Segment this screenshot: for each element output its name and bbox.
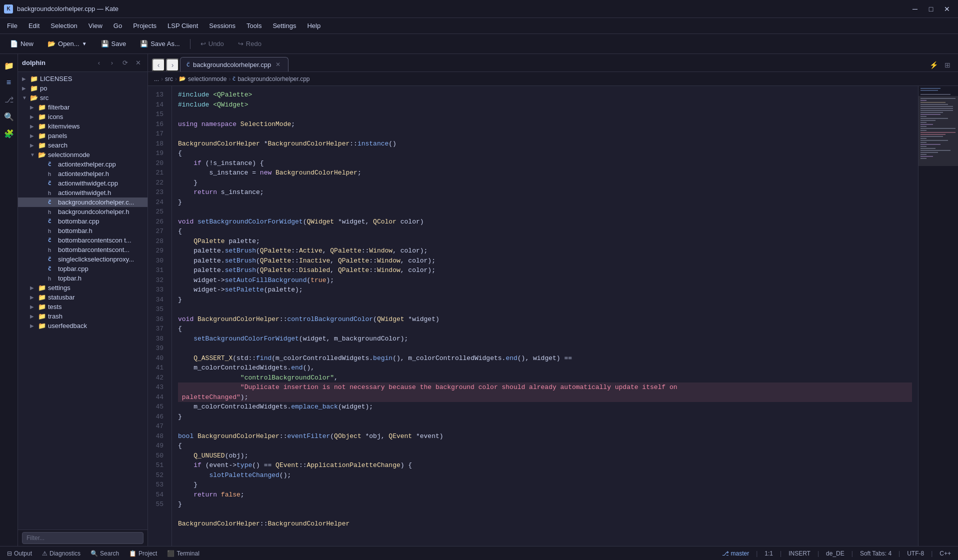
cpp-file-icon: c̈ — [48, 199, 56, 206]
insert-mode-item[interactable]: INSERT — [786, 550, 814, 557]
list-item[interactable]: c̈ bottombar.cpp — [18, 216, 148, 226]
status-separator: | — [898, 550, 900, 557]
encoding-item[interactable]: UTF-8 — [904, 550, 927, 557]
list-item[interactable]: c̈ actionwithwidget.cpp — [18, 178, 148, 188]
svg-rect-5 — [920, 102, 946, 103]
filter-input[interactable] — [22, 532, 144, 544]
menu-projects[interactable]: Projects — [128, 20, 162, 32]
menu-edit[interactable]: Edit — [24, 20, 44, 32]
filetree-sync-button[interactable]: ⟳ — [120, 58, 130, 68]
list-item[interactable]: ▶ 📁 filterbar — [18, 102, 148, 112]
open-button[interactable]: 📂 Open... ▼ — [42, 38, 93, 50]
breadcrumb-file[interactable]: backgroundcolorhelper.cpp — [238, 76, 310, 82]
menu-help[interactable]: Help — [302, 20, 326, 32]
list-item[interactable]: ▼ 📂 selectionmode — [18, 150, 148, 160]
list-item[interactable]: ▶ 📁 icons — [18, 112, 148, 122]
filetree-prev-button[interactable]: ‹ — [94, 58, 104, 68]
redo-button[interactable]: ↪ Redo — [232, 38, 268, 50]
diagnostics-icon: ⚠ — [42, 550, 48, 557]
minimize-button[interactable]: ─ — [908, 3, 922, 15]
menu-sessions[interactable]: Sessions — [204, 20, 240, 32]
menu-go[interactable]: Go — [108, 20, 127, 32]
language-item[interactable]: C++ — [936, 550, 954, 557]
menu-settings[interactable]: Settings — [268, 20, 301, 32]
list-item[interactable]: h bottombarcontentscont... — [18, 245, 148, 254]
menu-tools[interactable]: Tools — [242, 20, 266, 32]
locale-item[interactable]: de_DE — [823, 550, 848, 557]
tab-prev-button[interactable]: ‹ — [152, 58, 165, 72]
breadcrumb-selectionmode[interactable]: selectionmode — [188, 76, 226, 82]
list-item[interactable]: ▼ 📂 src — [18, 93, 148, 102]
menu-selection[interactable]: Selection — [46, 20, 82, 32]
list-item[interactable]: c̈ backgroundcolorhelper.c... — [18, 198, 148, 207]
tab-close-button[interactable]: ✕ — [274, 60, 282, 68]
list-item[interactable]: ▶ 📁 settings — [18, 283, 148, 292]
list-item[interactable]: ▶ 📁 userfeedback — [18, 321, 148, 330]
cpp-tab-icon: c̈ — [186, 61, 190, 68]
list-item[interactable]: ▶ 📁 search — [18, 140, 148, 150]
svg-rect-16 — [920, 124, 933, 125]
list-item[interactable]: ▶ 📁 tests — [18, 302, 148, 312]
list-item[interactable]: h actiontexthelper.h — [18, 169, 148, 178]
list-item[interactable]: c̈ singleclickselectionproxy... — [18, 254, 148, 264]
list-item[interactable]: c̈ topbar.cpp — [18, 264, 148, 274]
undo-button[interactable]: ↩ Undo — [194, 38, 230, 50]
sidebar-icon-outline[interactable]: ≡ — [2, 75, 16, 90]
tab-flash-icon[interactable]: ⚡ — [927, 58, 940, 72]
sidebar-icon-plugins[interactable]: 🧩 — [2, 126, 16, 141]
filetree-header: dolphin ‹ › ⟳ ✕ — [18, 54, 148, 72]
menu-lspclient[interactable]: LSP Client — [162, 20, 203, 32]
breadcrumb-src[interactable]: src — [165, 76, 173, 82]
folder-open-icon: 📂 — [38, 151, 46, 158]
search-button[interactable]: 🔍 Search — [88, 550, 122, 557]
list-item[interactable]: h actionwithwidget.h — [18, 188, 148, 198]
diagnostics-button[interactable]: ⚠ Diagnostics — [39, 550, 84, 557]
sidebar-icon-search-side[interactable]: 🔍 — [2, 109, 16, 124]
breadcrumb-separator: › — [161, 76, 163, 82]
filetree-close-button[interactable]: ✕ — [132, 58, 144, 68]
list-item[interactable]: h topbar.h — [18, 274, 148, 283]
output-button[interactable]: ⊟ Output — [4, 550, 35, 557]
maximize-button[interactable]: □ — [924, 3, 938, 15]
list-item[interactable]: ▶ 📁 po — [18, 84, 148, 93]
list-item[interactable]: ▶ 📁 panels — [18, 131, 148, 140]
save-as-button[interactable]: 💾 Save As... — [134, 38, 186, 50]
position-item[interactable]: 1:1 — [762, 550, 776, 557]
line-number: 48 — [148, 432, 168, 442]
list-item[interactable]: ▶ 📁 statusbar — [18, 292, 148, 302]
tab-backgroundcolorhelper[interactable]: c̈ backgroundcolorhelper.cpp ✕ — [180, 57, 288, 72]
list-item[interactable]: h bottombar.h — [18, 226, 148, 236]
item-label: actionwithwidget.cpp — [58, 180, 144, 187]
sidebar-icon-files[interactable]: 📁 — [2, 58, 16, 73]
menu-view[interactable]: View — [84, 20, 108, 32]
new-button[interactable]: 📄 New — [4, 38, 40, 50]
indent-item[interactable]: Soft Tabs: 4 — [857, 550, 894, 557]
tab-next-button[interactable]: › — [166, 58, 179, 72]
git-branch-item[interactable]: ⎇ master — [719, 550, 752, 557]
breadcrumb-ellipsis[interactable]: ... — [154, 76, 159, 82]
list-item[interactable]: ▶ 📁 kitemviews — [18, 122, 148, 131]
close-button[interactable]: ✕ — [940, 3, 954, 15]
project-button[interactable]: 📋 Project — [126, 550, 160, 557]
list-item[interactable]: c̈ bottombarcontentscon t... — [18, 236, 148, 245]
save-as-icon: 💾 — [140, 40, 148, 48]
line-number: 50 — [148, 451, 168, 461]
folder-open-icon: 📂 — [30, 94, 38, 102]
terminal-button[interactable]: ⬛ Terminal — [164, 550, 202, 557]
item-label: userfeedback — [48, 322, 144, 330]
tab-layout-icon[interactable]: ⊞ — [941, 58, 954, 72]
list-item[interactable]: h backgroundcolorhelper.h — [18, 207, 148, 216]
list-item[interactable]: ▶ 📁 trash — [18, 312, 148, 321]
save-button[interactable]: 💾 Save — [95, 38, 132, 50]
line-number: 17 — [148, 129, 168, 139]
code-line: return s_instance; — [178, 188, 912, 198]
sidebar-icon-git[interactable]: ⎇ — [2, 92, 16, 107]
filetree-next-button[interactable]: › — [106, 58, 118, 68]
save-icon: 💾 — [101, 40, 109, 48]
list-item[interactable]: c̈ actiontexthelper.cpp — [18, 160, 148, 169]
menu-file[interactable]: File — [2, 20, 22, 32]
code-line: { — [178, 226, 912, 236]
cpp-bc-icon: c̈ — [232, 76, 236, 82]
code-content[interactable]: #include <QPalette> #include <QWidget> u… — [172, 86, 918, 546]
list-item[interactable]: ▶ 📁 LICENSES — [18, 74, 148, 84]
